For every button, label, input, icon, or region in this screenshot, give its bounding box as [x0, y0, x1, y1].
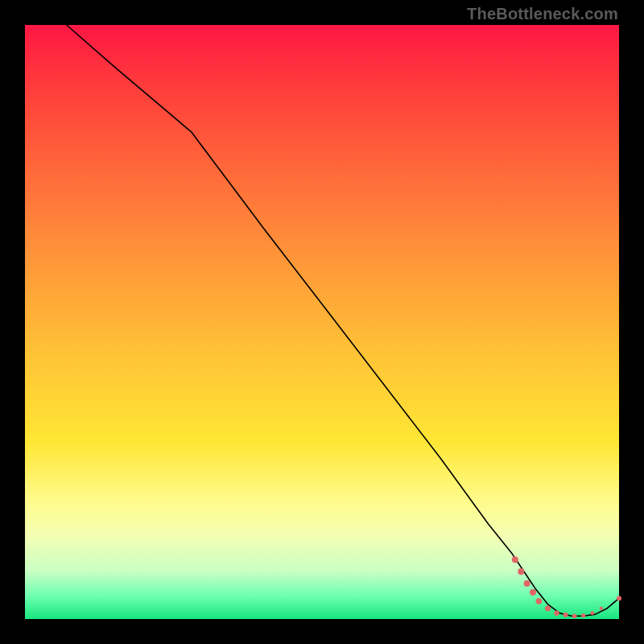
- chart-container: TheBottleneck.com: [0, 0, 644, 644]
- chart-marker: [512, 556, 518, 563]
- chart-marker: [572, 614, 577, 619]
- chart-marker: [564, 613, 568, 617]
- chart-overlay: [25, 25, 619, 619]
- chart-marker: [617, 596, 621, 601]
- chart-marker: [524, 580, 530, 587]
- chart-line-series: [67, 25, 619, 616]
- chart-marker: [536, 598, 543, 605]
- chart-marker: [581, 613, 585, 617]
- chart-marker: [545, 605, 551, 611]
- chart-marker: [590, 611, 594, 615]
- chart-marker: [554, 610, 559, 615]
- chart-line: [67, 25, 619, 616]
- chart-marker: [530, 589, 536, 596]
- chart-marker: [600, 607, 603, 610]
- chart-marker: [518, 568, 524, 575]
- attribution-label: TheBottleneck.com: [467, 5, 618, 23]
